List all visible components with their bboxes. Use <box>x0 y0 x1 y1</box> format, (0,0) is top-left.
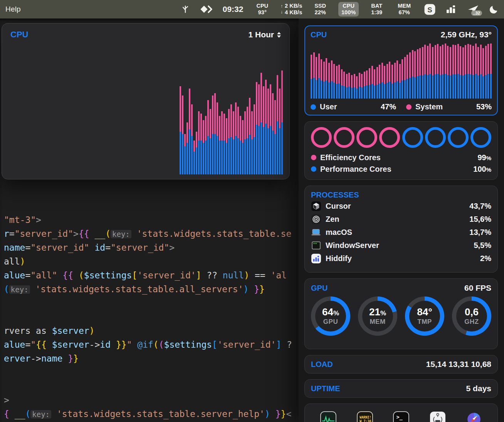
chart-bar <box>281 62 283 174</box>
gpu-gauges: 64%GPU21%MEM84°TMP0,6GHZ <box>311 296 491 336</box>
processes-card[interactable]: PROCESSES Cursor43,7%Zen15,6%macOS13,7%W… <box>304 186 498 273</box>
console-icon[interactable]: WARNI!W 7:36 <box>357 411 373 422</box>
chart-bar <box>348 42 350 99</box>
chart-bar <box>326 42 327 99</box>
code-line: (key: 'stats.widgets.stats_table.all_ser… <box>4 283 265 295</box>
chart-bar <box>455 42 456 99</box>
moon-icon[interactable] <box>489 5 499 14</box>
menu-help[interactable]: Help <box>5 5 21 13</box>
process-row-zen[interactable]: Zen15,6% <box>311 213 491 226</box>
chart-bar <box>417 42 418 99</box>
menubar-item-memory[interactable]: MEM67% <box>395 2 414 17</box>
chart-bar <box>316 42 317 99</box>
chart-bar <box>247 62 248 174</box>
chart-bar <box>318 42 320 99</box>
chart-bar <box>193 62 195 174</box>
core-ring <box>448 127 469 148</box>
process-row-windowserver[interactable]: WindowServer5,5% <box>311 239 491 252</box>
core-ring <box>356 127 377 148</box>
core-ring <box>311 127 332 148</box>
legend-dot <box>311 104 316 110</box>
chart-bar <box>354 42 355 99</box>
chart-bar <box>219 62 220 174</box>
chart-bar <box>445 42 446 99</box>
svg-text:S: S <box>427 5 432 13</box>
chart-bar <box>394 42 396 99</box>
gpu-gauge-ghz: 0,6GHZ <box>452 296 491 336</box>
chart-bar <box>242 62 244 174</box>
process-cpu-value: 13,7% <box>469 228 491 237</box>
process-row-cursor[interactable]: Cursor43,7% <box>311 199 491 213</box>
chart-bar <box>462 42 464 99</box>
cpu-widget-window: CPU 1 Hour <box>2 23 290 179</box>
process-row-hiddify[interactable]: Hiddify2% <box>311 252 491 265</box>
plane-icon[interactable]: ..32 <box>467 4 479 14</box>
code-line: rvers as $server) <box>4 325 94 337</box>
fork-icon[interactable] <box>181 5 190 14</box>
chart-bar <box>472 42 474 99</box>
menubar-item-cpu-usage[interactable]: CPU100% <box>338 2 359 17</box>
chart-bar <box>279 62 281 174</box>
diamond-chevron-icon[interactable] <box>200 5 213 14</box>
sensors-icon[interactable] <box>430 411 446 422</box>
chart-bar <box>221 62 223 174</box>
process-name: macOS <box>326 228 352 237</box>
code-line: alue="all" {{ ($settings['server_id'] ??… <box>4 270 287 281</box>
menubar-item-network[interactable]: ↑↓2 KB/s4 KB/s <box>281 3 302 16</box>
chart-bar <box>207 62 209 174</box>
chart-bar <box>482 42 484 99</box>
process-row-macos[interactable]: macOS13,7% <box>311 226 491 239</box>
chart-bar <box>386 42 388 99</box>
code-line: r="server_id">{{ __(key: 'stats.widgets.… <box>4 228 291 240</box>
core-ring <box>379 127 400 148</box>
chart-bar <box>343 42 345 99</box>
chart-bar <box>490 42 492 99</box>
menubar-item-battery[interactable]: BAT1:39 <box>368 2 385 17</box>
chart-bar <box>223 62 225 174</box>
chart-bar <box>432 42 433 99</box>
chart-bar <box>427 42 428 99</box>
legend-item-system: System53% <box>406 102 492 111</box>
terminal-icon[interactable]: >_ <box>393 411 409 422</box>
s-app-icon[interactable]: S <box>424 3 436 15</box>
gpu-card[interactable]: GPU 60 FPS 64%GPU21%MEM84°TMP0,6GHZ <box>304 278 498 349</box>
process-name: Cursor <box>326 202 351 211</box>
cpu-card[interactable]: CPU 2,59 GHz, 93° User47%System53% <box>304 25 498 116</box>
menubar-item-cpu-temp[interactable]: CPU93° <box>253 2 271 17</box>
cores-card[interactable]: Efficiency Cores99%Performance Cores100% <box>304 121 498 180</box>
chart-bar <box>404 42 406 99</box>
svg-text:WARNI!: WARNI! <box>360 415 371 419</box>
uptime-value: 5 days <box>466 384 491 393</box>
load-card[interactable]: LOAD 15,14 13,31 10,68 <box>304 355 498 373</box>
process-rows: Cursor43,7%Zen15,6%macOS13,7%WindowServe… <box>311 199 491 265</box>
chart-bar <box>414 42 416 99</box>
process-name: Zen <box>326 215 339 224</box>
uptime-card[interactable]: UPTIME 5 days <box>304 379 498 398</box>
legend-dot <box>311 166 316 172</box>
chart-bar <box>460 42 461 99</box>
chart-bar <box>200 62 202 174</box>
chart-bar <box>402 42 403 99</box>
chart-bar <box>263 62 264 174</box>
chart-bar <box>371 42 373 99</box>
chart-bar <box>277 62 278 174</box>
chevron-up-down-icon <box>277 32 281 38</box>
chart-bar <box>189 62 190 174</box>
gpu-gauge-mem: 21%MEM <box>358 296 397 336</box>
chart-bar <box>251 62 253 174</box>
stats-bars-icon[interactable] <box>446 5 457 14</box>
legend-item-user: User47% <box>311 102 396 111</box>
chart-bar <box>260 62 262 174</box>
activity-monitor-icon[interactable] <box>320 411 336 422</box>
chart-bar <box>440 42 441 99</box>
period-selector[interactable]: 1 Hour <box>248 30 281 39</box>
chart-bar <box>256 62 257 174</box>
menubar-clock[interactable]: 09:32 <box>223 5 244 14</box>
plane-badge: ..32 <box>471 10 482 16</box>
menubar-item-ssd[interactable]: SSD22% <box>311 2 329 17</box>
compass-icon[interactable] <box>466 411 482 422</box>
chart-bar <box>384 42 385 99</box>
chart-bar <box>452 42 454 99</box>
chart-bar <box>437 42 438 99</box>
load-title: LOAD <box>311 360 333 369</box>
